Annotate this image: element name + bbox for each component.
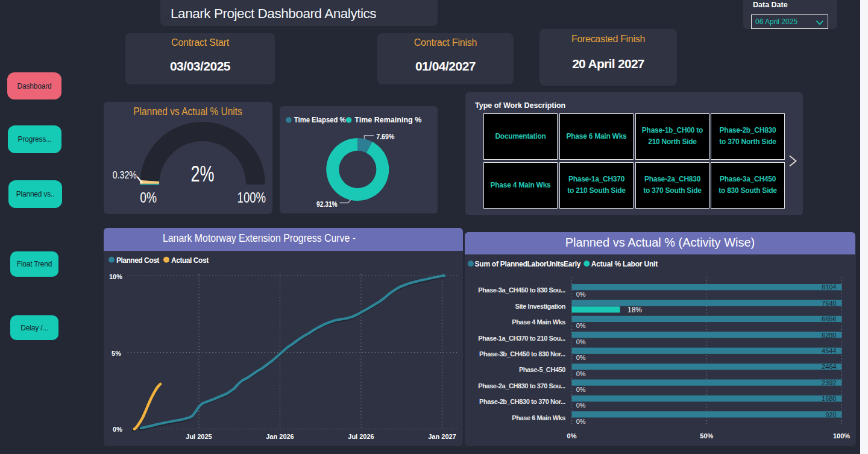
svg-text:4544: 4544 bbox=[822, 347, 836, 355]
svg-text:Jul 2026: Jul 2026 bbox=[348, 433, 374, 440]
svg-text:50%: 50% bbox=[700, 432, 713, 440]
svg-text:10%: 10% bbox=[109, 273, 122, 280]
svg-text:2%: 2% bbox=[191, 162, 215, 186]
svg-text:Phase-2b_CH830 to 370 Nor...: Phase-2b_CH830 to 370 Nor... bbox=[479, 398, 565, 405]
svg-text:0%: 0% bbox=[567, 432, 577, 440]
svg-text:100%: 100% bbox=[237, 190, 266, 206]
svg-text:0.32%: 0.32% bbox=[113, 170, 137, 180]
svg-text:Site Investigation: Site Investigation bbox=[515, 303, 565, 310]
svg-text:Phase 6 Main Wks: Phase 6 Main Wks bbox=[512, 414, 565, 421]
svg-text:0%: 0% bbox=[576, 291, 586, 298]
svg-text:Jul 2025: Jul 2025 bbox=[186, 433, 212, 440]
svg-text:7.69%: 7.69% bbox=[376, 132, 394, 141]
svg-text:18%: 18% bbox=[627, 306, 642, 314]
svg-text:0%: 0% bbox=[140, 190, 157, 206]
svg-text:Time Remaining %: Time Remaining % bbox=[354, 116, 421, 124]
svg-text:0%: 0% bbox=[576, 402, 586, 409]
svg-text:0%: 0% bbox=[576, 370, 586, 377]
svg-text:Planned Cost: Planned Cost bbox=[116, 256, 159, 265]
svg-text:1680: 1680 bbox=[822, 395, 836, 402]
svg-text:920: 920 bbox=[825, 411, 836, 418]
svg-text:2464: 2464 bbox=[822, 363, 836, 370]
svg-text:Actual Cost: Actual Cost bbox=[171, 256, 209, 265]
svg-text:6656: 6656 bbox=[822, 315, 836, 323]
svg-text:8104: 8104 bbox=[822, 283, 836, 291]
svg-text:0%: 0% bbox=[576, 338, 586, 345]
svg-text:Sum of PlannedLaborUnitsEarly: Sum of PlannedLaborUnitsEarly bbox=[475, 260, 581, 268]
svg-text:Planned vs Actual % Units: Planned vs Actual % Units bbox=[133, 106, 242, 118]
svg-text:Phase-5_CH450: Phase-5_CH450 bbox=[519, 366, 565, 373]
svg-text:Phase-3a_CH450 to 830 Sou...: Phase-3a_CH450 to 830 Sou... bbox=[478, 286, 565, 294]
svg-text:0%: 0% bbox=[576, 322, 586, 329]
svg-text:0%: 0% bbox=[576, 354, 586, 361]
svg-text:Phase-3b_CH450 to 830 Nor...: Phase-3b_CH450 to 830 Nor... bbox=[479, 350, 565, 358]
svg-text:92.31%: 92.31% bbox=[316, 200, 338, 209]
svg-text:6280: 6280 bbox=[822, 332, 836, 339]
svg-text:Phase-1a_CH370 to 210 Sou...: Phase-1a_CH370 to 210 Sou... bbox=[478, 335, 565, 342]
svg-text:7640: 7640 bbox=[822, 300, 836, 307]
svg-text:0%: 0% bbox=[576, 418, 586, 425]
svg-text:Actual % Labor Unit: Actual % Labor Unit bbox=[591, 260, 658, 268]
svg-text:Phase-2a_CH830 to 370 Sou...: Phase-2a_CH830 to 370 Sou... bbox=[478, 382, 565, 389]
svg-text:0%: 0% bbox=[113, 426, 122, 433]
svg-text:5%: 5% bbox=[112, 350, 121, 357]
svg-text:0%: 0% bbox=[576, 386, 586, 393]
svg-text:Time Elapsed %: Time Elapsed % bbox=[294, 116, 346, 124]
svg-text:Phase 4 Main Wks: Phase 4 Main Wks bbox=[512, 318, 565, 326]
svg-text:2392: 2392 bbox=[822, 379, 836, 386]
svg-text:100%: 100% bbox=[833, 432, 850, 440]
svg-text:Jan 2026: Jan 2026 bbox=[266, 433, 294, 440]
svg-text:Jan 2027: Jan 2027 bbox=[428, 433, 456, 440]
